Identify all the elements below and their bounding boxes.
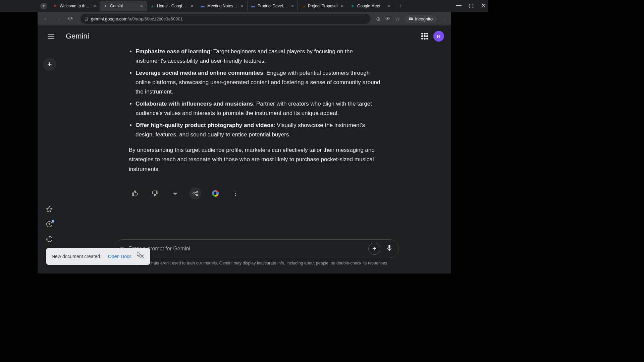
activity-button[interactable] bbox=[46, 235, 54, 243]
meet-icon: ■ bbox=[350, 3, 355, 9]
url-text: gemini.google.com/u/0/app/60bc12b0c3a609… bbox=[91, 16, 183, 21]
tab-google-meet[interactable]: ■ Google Meet × bbox=[347, 1, 394, 11]
main-menu-button[interactable] bbox=[44, 29, 58, 43]
tab-title: Product Developm bbox=[258, 4, 288, 8]
app-viewport: Gemini R + Emphasize ease of learning: bbox=[38, 25, 451, 274]
tracking-icon[interactable]: 👁 bbox=[385, 16, 390, 22]
docs-icon: ▬ bbox=[200, 3, 205, 9]
tab-welcome[interactable]: M Welcome to the Te × bbox=[50, 1, 100, 11]
bullet-item: Collaborate with influencers and musicia… bbox=[136, 99, 384, 118]
bookmark-icon[interactable]: ☆ bbox=[395, 16, 400, 22]
slides-icon: ▭ bbox=[301, 3, 306, 9]
tab-title: Welcome to the Te bbox=[60, 4, 90, 8]
maximize-button[interactable]: ▢ bbox=[468, 3, 474, 8]
bullet-item: Leverage social media and online communi… bbox=[136, 68, 384, 97]
app-logo[interactable]: Gemini bbox=[66, 32, 89, 41]
tab-search-dropdown[interactable]: ▾ bbox=[40, 3, 47, 9]
toast-message: New document created bbox=[52, 254, 100, 259]
gmail-icon: M bbox=[52, 3, 58, 9]
site-info-icon[interactable]: ⊟ bbox=[85, 16, 88, 21]
drive-icon: ▲ bbox=[150, 3, 155, 9]
share-button[interactable] bbox=[189, 187, 201, 199]
close-icon[interactable]: × bbox=[139, 4, 144, 8]
tab-project-proposal[interactable]: ▭ Project Proposal × bbox=[298, 1, 347, 11]
close-icon[interactable]: × bbox=[386, 4, 391, 8]
tab-meeting-notes[interactable]: ▬ Meeting Notes - G × bbox=[197, 1, 248, 11]
thumbs-up-button[interactable] bbox=[129, 187, 141, 199]
microphone-button[interactable] bbox=[386, 244, 393, 253]
window-controls: — ▢ ✕ bbox=[456, 3, 486, 8]
closing-paragraph: By understanding this target audience pr… bbox=[129, 145, 384, 174]
bullet-item: Emphasize ease of learning: Target begin… bbox=[136, 47, 384, 66]
close-icon[interactable]: × bbox=[92, 4, 97, 8]
add-attachment-button[interactable]: + bbox=[368, 243, 380, 255]
docs-icon: ▬ bbox=[250, 3, 256, 9]
bullet-item: Offer high-quality product photography a… bbox=[136, 121, 384, 139]
browser-tab-strip: ▾ M Welcome to the Te × ✦ Gemini × ▲ Hom… bbox=[0, 0, 488, 12]
response-actions: ⋮ bbox=[129, 187, 384, 199]
tab-title: Home - Google Dri bbox=[157, 4, 187, 8]
back-button[interactable]: ← bbox=[42, 14, 51, 23]
tab-title: Google Meet bbox=[357, 4, 384, 8]
toast-notification: New document created Open Docs ✕ bbox=[46, 248, 150, 265]
browser-menu-icon[interactable]: ⋮ bbox=[441, 16, 447, 22]
more-icon: ⋮ bbox=[232, 188, 238, 198]
close-window-button[interactable]: ✕ bbox=[480, 3, 486, 8]
google-search-button[interactable] bbox=[209, 187, 221, 199]
sidebar-bottom bbox=[38, 206, 62, 243]
minimize-button[interactable]: — bbox=[456, 3, 462, 8]
tab-gemini[interactable]: ✦ Gemini × bbox=[100, 1, 147, 11]
hamburger-icon bbox=[48, 34, 54, 39]
close-icon[interactable]: × bbox=[290, 4, 295, 8]
google-apps-button[interactable] bbox=[421, 33, 428, 40]
tab-title: Project Proposal bbox=[308, 4, 337, 8]
gemini-icon: ✦ bbox=[103, 3, 108, 9]
address-bar: ← → ⟳ ⊟ gemini.google.com/u/0/app/60bc12… bbox=[38, 12, 451, 25]
modify-response-button[interactable] bbox=[169, 187, 181, 199]
close-icon[interactable]: × bbox=[339, 4, 344, 8]
gem-manager-button[interactable] bbox=[46, 206, 54, 214]
forward-button[interactable]: → bbox=[54, 14, 63, 23]
more-options-button[interactable]: ⋮ bbox=[229, 187, 241, 199]
new-chat-button[interactable]: + bbox=[43, 58, 56, 71]
notification-dot bbox=[52, 220, 54, 223]
help-button[interactable] bbox=[46, 221, 54, 229]
thumbs-down-button[interactable] bbox=[149, 187, 161, 199]
toast-close-button[interactable]: ✕ bbox=[140, 253, 145, 260]
new-tab-button[interactable]: + bbox=[395, 1, 405, 11]
tab-title: Meeting Notes - G bbox=[207, 4, 238, 8]
incognito-icon: 🕶 bbox=[409, 16, 413, 21]
app-header: Gemini R bbox=[38, 25, 451, 47]
zoom-icon[interactable]: ⊕ bbox=[376, 16, 380, 22]
prompt-input[interactable]: ▢ Enter a prompt for Gemini + bbox=[114, 239, 399, 258]
incognito-label: Incognito bbox=[415, 16, 433, 21]
prompt-placeholder: Enter a prompt for Gemini bbox=[128, 246, 364, 252]
google-icon bbox=[212, 190, 219, 197]
incognito-badge[interactable]: 🕶 Incognito bbox=[405, 15, 437, 23]
url-input[interactable]: ⊟ gemini.google.com/u/0/app/60bc12b0c3a6… bbox=[80, 14, 371, 24]
reload-button[interactable]: ⟳ bbox=[66, 14, 75, 23]
apps-grid-icon bbox=[421, 33, 428, 40]
tab-drive[interactable]: ▲ Home - Google Dri × bbox=[147, 1, 197, 11]
tab-title: Gemini bbox=[110, 4, 137, 8]
chat-content: Emphasize ease of learning: Target begin… bbox=[62, 47, 451, 233]
close-icon[interactable]: × bbox=[240, 4, 245, 8]
close-icon[interactable]: × bbox=[190, 4, 194, 8]
account-avatar[interactable]: R bbox=[433, 31, 444, 42]
toast-open-docs-button[interactable]: Open Docs bbox=[108, 254, 131, 259]
response-text: Emphasize ease of learning: Target begin… bbox=[129, 47, 384, 199]
tab-product-dev[interactable]: ▬ Product Developm × bbox=[248, 1, 298, 11]
